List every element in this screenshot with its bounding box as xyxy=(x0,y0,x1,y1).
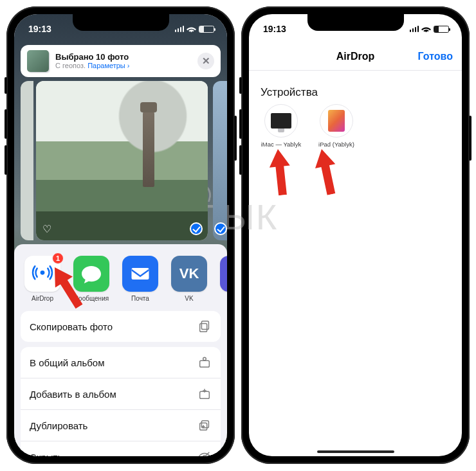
actions-group-2: В общий альбом Добавить в альбом Дублиро… xyxy=(21,347,221,456)
ipad-icon xyxy=(320,104,353,138)
action-shared-album[interactable]: В общий альбом xyxy=(21,347,221,378)
action-label: Скопировать фото xyxy=(30,321,113,332)
action-label: Добавить в альбом xyxy=(30,389,116,400)
wifi-icon xyxy=(187,25,196,33)
svg-rect-6 xyxy=(200,391,210,398)
device-imac[interactable]: iMac — Yablyk xyxy=(258,104,304,148)
cellular-icon xyxy=(410,26,419,32)
share-sheet: 1 AirDrop Сообщения Почта xyxy=(14,244,227,456)
battery-icon xyxy=(199,26,214,33)
photo-next-sliver[interactable] xyxy=(213,81,227,240)
app-mail[interactable]: Почта xyxy=(122,256,158,302)
shared-album-icon xyxy=(197,355,212,369)
action-label: Дублировать xyxy=(30,420,87,431)
app-label: VK xyxy=(171,295,207,302)
status-indicators xyxy=(175,25,215,33)
duplicate-icon xyxy=(197,418,212,432)
phone-right: 19:13 AirDrop Готово Устройства iMac — Y… xyxy=(241,6,470,464)
device-label: iMac — Yablyk xyxy=(258,141,304,148)
action-copy-photo[interactable]: Скопировать фото xyxy=(21,311,221,342)
phone-left: 19:13 Выбрано 10 фото С геопоз. Параметр… xyxy=(6,6,235,464)
share-subtitle: С геопоз. Параметры › xyxy=(55,62,191,70)
svg-rect-1 xyxy=(132,268,149,280)
nav-bar: AirDrop Готово xyxy=(249,42,462,71)
notch xyxy=(73,14,169,31)
page-title: AirDrop xyxy=(336,51,375,62)
section-devices-header: Устройства xyxy=(261,86,318,99)
svg-rect-4 xyxy=(200,360,210,367)
app-label: AirDrop xyxy=(24,295,60,302)
app-vk[interactable]: VK VK xyxy=(171,256,207,302)
home-indicator[interactable] xyxy=(317,450,394,453)
hide-icon xyxy=(197,450,212,456)
wifi-icon xyxy=(421,25,431,33)
svg-point-0 xyxy=(41,271,45,275)
favorite-icon[interactable]: ♡ xyxy=(42,223,51,235)
svg-rect-3 xyxy=(200,323,207,332)
close-button[interactable]: ✕ xyxy=(197,53,214,69)
add-album-icon xyxy=(197,387,212,401)
screen-left: 19:13 Выбрано 10 фото С геопоз. Параметр… xyxy=(14,14,227,456)
selected-check-icon[interactable] xyxy=(214,222,227,235)
photo-prev-sliver[interactable] xyxy=(21,81,33,240)
done-button[interactable]: Готово xyxy=(418,51,453,62)
action-hide[interactable]: Скрыть xyxy=(21,441,221,456)
share-title: Выбрано 10 фото xyxy=(55,52,191,62)
app-label: Почта xyxy=(122,295,158,302)
svg-point-5 xyxy=(203,357,206,360)
action-label: Скрыть xyxy=(30,452,62,457)
screen-right: 19:13 AirDrop Готово Устройства iMac — Y… xyxy=(249,14,462,456)
mail-icon xyxy=(122,256,158,292)
notch xyxy=(307,14,404,31)
app-more[interactable] xyxy=(220,256,227,302)
share-options-link[interactable]: Параметры xyxy=(87,62,125,69)
airdrop-devices-row: iMac — Yablyk iPad (Yablyk) xyxy=(258,104,360,148)
action-duplicate[interactable]: Дублировать xyxy=(21,409,221,441)
photo-preview-row[interactable]: ♡ xyxy=(14,81,227,240)
share-app-row[interactable]: 1 AirDrop Сообщения Почта xyxy=(14,251,227,306)
action-label: В общий альбом xyxy=(30,357,105,368)
imac-icon xyxy=(264,104,298,138)
actions-group-1: Скопировать фото xyxy=(21,311,221,342)
more-icon xyxy=(220,256,227,292)
status-time: 19:13 xyxy=(263,24,286,34)
vk-icon: VK xyxy=(171,256,207,292)
share-header-card: Выбрано 10 фото С геопоз. Параметры › ✕ xyxy=(21,45,221,77)
copy-icon xyxy=(197,319,212,333)
svg-rect-2 xyxy=(201,321,208,330)
cellular-icon xyxy=(175,26,185,32)
status-indicators xyxy=(410,25,450,33)
status-time: 19:13 xyxy=(28,24,51,34)
device-ipad[interactable]: iPad (Yablyk) xyxy=(313,104,360,148)
action-add-album[interactable]: Добавить в альбом xyxy=(21,378,221,409)
share-thumbnail xyxy=(27,50,49,72)
photo-preview[interactable]: ♡ xyxy=(36,81,208,240)
device-label: iPad (Yablyk) xyxy=(313,141,360,148)
battery-icon xyxy=(434,26,449,33)
